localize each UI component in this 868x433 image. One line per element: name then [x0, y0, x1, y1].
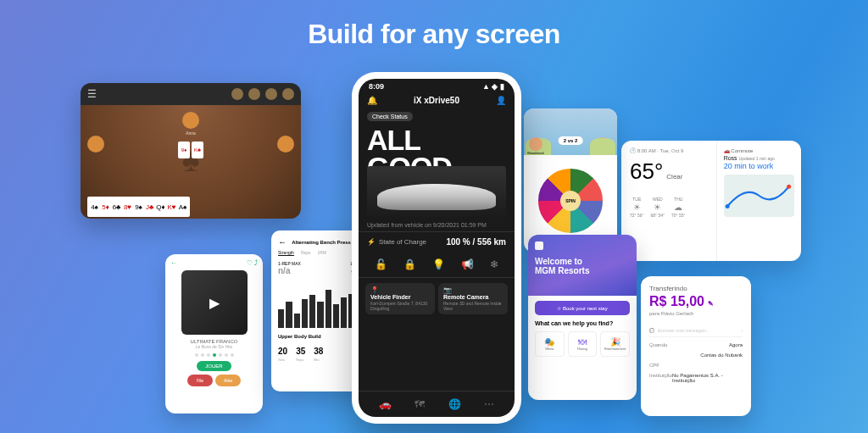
message-icon: 💬 [649, 328, 654, 333]
recipient: para Flávio Gerlach [649, 311, 743, 316]
score-badge: 2 vs 2 [559, 136, 583, 145]
player-avatar [596, 137, 609, 151]
mgm-logo [535, 241, 543, 250]
shuffle-button[interactable]: Aléa [215, 375, 241, 386]
bell-icon[interactable]: 🔔 [367, 96, 377, 105]
map-icon[interactable]: 🗺 [415, 398, 425, 410]
chip-icon [282, 88, 294, 100]
transfer-detail-row: QuandoAgora [649, 342, 743, 347]
chart-bar [317, 302, 323, 328]
play-button[interactable]: JOUER [197, 361, 231, 371]
lights-icon[interactable]: 💡 [432, 258, 445, 270]
chip-icon [265, 88, 277, 100]
condition: Clear [666, 173, 682, 180]
forecast-day: THU☁70° 55° [671, 197, 686, 218]
player-avatar [182, 112, 199, 129]
current-time: 🕐 8:00 AM · Tue, Oct 9 [630, 147, 708, 153]
exercise-title: Alternating Bench Press [287, 240, 356, 245]
phone-mockup: 8:09 ▲ ◈ ▮ 🔔 iX xDrive50 👤 Check Status … [352, 72, 521, 424]
category-cell[interactable]: 🍽Dining [568, 331, 598, 357]
transfer-detail-row: InstituiçãoNu Pagamentos S.A. - Institui… [649, 373, 743, 383]
track-artist: Le Boss de Six Hits [196, 344, 232, 349]
album-art[interactable] [181, 270, 248, 335]
chart-bar [302, 299, 308, 328]
playing-card: 9♦ [178, 142, 190, 158]
lock-icon[interactable]: 🔓 [375, 258, 387, 270]
player-hand[interactable]: 4♠ 5♦ 6♣ 8♥ 9♠ J♣ Q♦ K♥ A♠ [91, 197, 190, 217]
chart-bar [333, 304, 339, 328]
profile-icon[interactable]: 👤 [496, 96, 506, 105]
spin-wheel[interactable] [537, 167, 604, 235]
category-cell[interactable]: 🎭Show [535, 331, 565, 357]
pin-icon: 📍 [370, 286, 430, 294]
edit-icon[interactable]: ✎ [708, 300, 714, 308]
commute-duration: 20 min to work [724, 162, 794, 170]
spinner-game-card: Woodstock Jonny Fairplay 2 vs 2 [524, 108, 617, 253]
player-name: Anna [186, 130, 196, 136]
charge-value: 100 % / 556 km [446, 237, 506, 247]
chart-bar [326, 290, 331, 328]
feature-card[interactable]: 📷 Remote Camera Remote 3D and Remote Ins… [438, 283, 508, 314]
transfer-amount: R$ 15,00 ✎ [649, 294, 743, 309]
lock-icon[interactable]: 🔒 [403, 258, 416, 270]
menu-icon[interactable]: ☰ [87, 88, 97, 100]
feature-card[interactable]: 📍 Vehicle Finder Karl-Dompert-Straße 7, … [365, 283, 435, 314]
hero-title: Build for any screen [0, 19, 868, 50]
cardgame-window: ☰ ♠ Anna 9♦ K♣ 4♠ 5♦ 6♣ 8♥ 9♠ [81, 83, 301, 219]
svg-point-0 [787, 185, 791, 189]
category-cell[interactable]: 🎉Entertainment [600, 331, 630, 357]
help-prompt: What can we help you find? [528, 319, 637, 328]
car-hero-image [367, 166, 506, 219]
chip-icon [231, 88, 243, 100]
commute-label: 🚗 Commute [724, 147, 794, 153]
car-icon[interactable]: 🚗 [379, 398, 392, 410]
globe-icon[interactable]: 🌐 [448, 398, 461, 410]
chart-bar [309, 295, 315, 328]
climate-icon[interactable]: ❄ [490, 258, 498, 270]
tab[interactable]: Reps [301, 250, 311, 256]
chart-bar [278, 309, 284, 328]
clock: 8:09 [369, 82, 384, 91]
share-icon[interactable]: ♡ ⤴ [247, 259, 258, 267]
file-button[interactable]: File [187, 375, 213, 386]
transfer-detail-row: Contas do Nubank [649, 353, 743, 358]
app-title: iX xDrive50 [414, 96, 459, 105]
book-button[interactable]: ☆ Book your next stay [535, 301, 630, 315]
chart-bar [341, 297, 347, 328]
forecast-day: WED☀68° 54° [651, 197, 665, 218]
updated-text: Updated from vehicle on 9/20/2021 01:59 … [359, 219, 515, 231]
transfer-title: Transferindo [649, 285, 743, 292]
player-avatar [277, 136, 294, 153]
temperature: 65° [630, 158, 663, 185]
back-icon[interactable]: ← [278, 237, 287, 247]
forecast-row: TUE☀72° 56°WED☀68° 54°THU☁70° 55° [630, 197, 708, 218]
more-icon[interactable]: ⋯ [484, 398, 494, 410]
chart-bar [286, 302, 292, 328]
transfer-card: Transferindo R$ 15,00 ✎ para Flávio Gerl… [641, 276, 751, 416]
commute-card: 🕐 8:00 AM · Tue, Oct 9 65° Clear TUE☀72°… [621, 141, 801, 261]
chip-icon [248, 88, 260, 100]
charge-label: State of Charge [367, 238, 426, 246]
forecast-day: TUE☀72° 56° [630, 197, 644, 218]
mgm-card: Welcome to MGM Resorts ☆ Book your next … [528, 235, 637, 400]
route-map[interactable] [724, 175, 794, 217]
svg-point-1 [725, 204, 729, 208]
status-icons: ▲ ◈ ▮ [482, 82, 504, 91]
vehicle-controls: 🔓 🔒 💡 📢 ❄ [359, 252, 515, 277]
status-badge[interactable]: Check Status [367, 112, 413, 121]
player-avatar [529, 137, 542, 151]
chart-bar [294, 314, 300, 328]
back-icon[interactable]: ← [170, 259, 177, 267]
chevron-right-icon[interactable]: › [741, 328, 743, 333]
music-player-card: ← ♡ ⤴ ULTIMATE FRANCO Le Boss de Six Hit… [165, 254, 263, 414]
camera-icon: 📷 [443, 286, 503, 294]
transfer-detail-row: CPF [649, 363, 743, 368]
tab[interactable]: 1RM [318, 250, 327, 256]
player-avatar [87, 136, 104, 153]
message-placeholder[interactable]: Escrever uma mensagem... [658, 328, 741, 333]
destination: Ross Updated 1 min ago [724, 155, 794, 161]
playing-card: K♣ [192, 142, 203, 158]
tab[interactable]: Strength [278, 250, 294, 256]
horn-icon[interactable]: 📢 [461, 258, 474, 270]
